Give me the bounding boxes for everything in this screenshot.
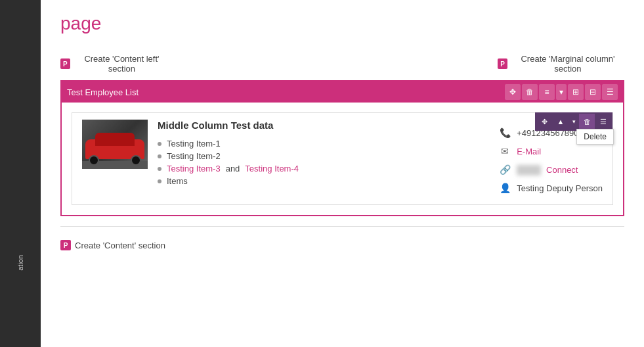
page-title: page [60,13,624,34]
email-icon: ✉ [498,145,511,158]
inner-delete-btn[interactable]: 🗑 [579,114,595,129]
car-wheel-left [89,155,99,166]
inner-dropdown-btn[interactable]: ▾ [569,114,578,129]
create-marginal-column-button[interactable]: P Create 'Marginal column' section [498,54,624,74]
create-content-button[interactable]: P Create 'Content' section [60,240,165,250]
car-roof [95,133,135,146]
deputy-row: 👤 Testing Deputy Person [498,181,603,195]
content-block-title: Test Employee List [67,87,139,97]
create-marginal-column-label: Create 'Marginal column' section [511,54,624,74]
delete-tooltip: Delete [576,129,614,145]
inner-menu-btn[interactable]: ☰ [595,114,611,129]
email-link[interactable]: E-Mail [517,147,541,156]
connect-row: 🔗 ████ Connect [498,163,603,176]
create-content-left-label: Create 'Content left' section [74,54,170,74]
content-block-header: Test Employee List ✥ 🗑 ≡ ▾ ⊞ ⊟ ☰ [62,81,623,103]
bottom-section-creator: P Create 'Content' section [60,240,624,250]
connect-link[interactable]: Connect [546,165,578,175]
employee-image [82,120,148,169]
sidebar-item-navigation[interactable]: ation [14,250,27,276]
connect-icon: 🔗 [498,163,511,176]
create-content-left-button[interactable]: P Create 'Content left' section [60,54,169,74]
header-toolbar: ✥ 🗑 ≡ ▾ ⊞ ⊟ ☰ [505,84,618,100]
deputy-icon: 👤 [498,181,511,195]
list-item: Testing Item-1 [158,137,488,150]
employee-card: Middle Column Test data Testing Item-1 T… [72,113,612,204]
header-move-btn[interactable]: ✥ [505,84,521,100]
sidebar: ation [0,0,41,347]
header-align-btn[interactable]: ≡ [539,84,555,100]
employee-name: Middle Column Test data [158,120,488,131]
header-menu-btn[interactable]: ☰ [602,84,618,100]
item-and-text: and [226,164,240,174]
header-dropdown1-btn[interactable]: ▾ [556,84,567,100]
item-link-3b[interactable]: Testing Item-4 [245,164,299,174]
create-content-icon: P [60,240,71,250]
list-item: Testing Item-2 [158,150,488,162]
create-content-left-icon: P [60,58,70,69]
item-text-2: Testing Item-2 [167,151,221,161]
inner-block-toolbar: ✥ ▲ ▾ 🗑 ☰ Delete [535,112,612,131]
inner-content: ✥ ▲ ▾ 🗑 ☰ Delete [62,103,623,215]
header-delete-btn[interactable]: 🗑 [522,84,538,100]
item-link-3a[interactable]: Testing Item-3 [167,164,221,174]
bullet-icon [158,142,161,146]
inner-block: ✥ ▲ ▾ 🗑 ☰ Delete [72,112,613,205]
header-layout2-btn[interactable]: ⊟ [585,84,601,100]
bullet-icon [158,167,161,171]
section-creator-top: P Create 'Content left' section P Create… [60,54,624,74]
phone-icon: 📞 [498,126,511,139]
item-text-1: Testing Item-1 [167,139,221,149]
list-item: Testing Item-3 and Testing Item-4 [158,162,488,175]
employee-details: Middle Column Test data Testing Item-1 T… [158,120,488,195]
divider [60,226,624,227]
item-text-4: Items [167,176,188,186]
car-graphic [82,120,148,169]
inner-up-btn[interactable]: ▲ [553,114,569,129]
create-content-label: Create 'Content' section [75,241,165,250]
item-list: Testing Item-1 Testing Item-2 Testing It… [158,137,488,187]
email-row: ✉ E-Mail [498,145,603,158]
create-marginal-column-icon: P [498,58,507,69]
car-wheel-right [131,155,141,166]
main-content: page P Create 'Content left' section P C… [41,0,644,347]
connect-blurred: ████ [517,165,541,175]
list-item: Items [158,175,488,187]
bullet-icon [158,154,161,158]
bullet-icon [158,179,161,183]
header-layout1-btn[interactable]: ⊞ [568,84,584,100]
deputy-name: Testing Deputy Person [517,183,603,193]
inner-move-btn[interactable]: ✥ [536,114,552,129]
content-block: Test Employee List ✥ 🗑 ≡ ▾ ⊞ ⊟ ☰ ✥ ▲ ▾ 🗑 [60,80,624,216]
